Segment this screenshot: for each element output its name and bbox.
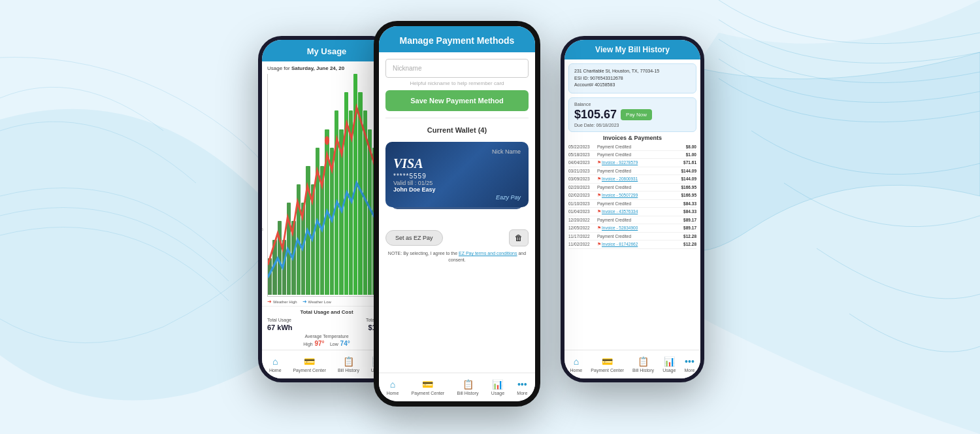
nav-payment-right[interactable]: 💳 Payment Center (591, 356, 624, 373)
invoices-title: Invoices & Payments (568, 135, 696, 141)
nav-home[interactable]: ⌂ Home (269, 356, 282, 373)
payment-icon-c: 💳 (422, 379, 433, 390)
chart-area: 8642.51 ➜ Weather High ➜ Weather Low (262, 73, 391, 306)
invoice-row: 03/09/2023⚑Invoice - 20600931$144.09 (568, 175, 696, 184)
nav-more-center[interactable]: ••• More (517, 379, 527, 395)
ezpay-terms-link[interactable]: EZ Pay terms and conditions (459, 251, 517, 256)
temp-high-value: 97° (314, 340, 324, 347)
pay-now-button[interactable]: Pay Now (621, 109, 652, 120)
nav-bill-label-c: Bill History (457, 391, 478, 395)
bill-icon-r: 📋 (638, 356, 649, 367)
invoice-row: 03/21/2023Payment Credited$144.09 (568, 167, 696, 175)
nav-bill-right[interactable]: 📋 Bill History (632, 356, 654, 373)
chart-bar (282, 240, 286, 295)
chart-bar (297, 184, 301, 295)
usage-icon-c: 📊 (492, 379, 503, 390)
card-holder: John Doe Easy (393, 186, 521, 193)
nav-payment[interactable]: 💳 Payment Center (293, 356, 326, 373)
home-icon-c: ⌂ (390, 379, 395, 390)
chart-bar (339, 129, 343, 295)
bill-header: View My Bill History (564, 40, 700, 59)
invoice-amount: $12.28 (678, 242, 696, 246)
invoice-warning-icon: ⚑ (597, 193, 601, 197)
payment-header: Manage Payment Methods (379, 26, 535, 52)
invoice-row: 01/10/2023Payment Credited$84.33 (568, 200, 696, 208)
nav-home-center[interactable]: ⌂ Home (387, 379, 399, 395)
nav-payment-label-c: Payment Center (412, 391, 445, 395)
invoice-amount: $84.33 (678, 201, 696, 206)
nav-usage-right[interactable]: 📊 Usage (662, 356, 676, 373)
save-payment-button[interactable]: Save New Payment Method (385, 90, 529, 111)
legend-low: ➜ Weather Low (302, 299, 331, 305)
invoice-row: 11/02/2022⚑Invoice - 81742662$12.28 (568, 241, 696, 249)
invoice-link[interactable]: Invoice - 81742662 (602, 242, 638, 246)
invoice-desc[interactable]: ⚑Invoice - 52834900 (596, 225, 678, 231)
temp-values: High 97° Low 74° (267, 340, 386, 347)
chart-bar (363, 110, 367, 295)
invoice-link[interactable]: Invoice - 50507299 (602, 193, 638, 197)
more-icon-c: ••• (517, 379, 527, 390)
nav-bill[interactable]: 📋 Bill History (338, 356, 359, 373)
invoice-desc[interactable]: ⚑Invoice - 50507299 (596, 193, 678, 198)
invoice-date: 02/02/2023 (568, 193, 596, 197)
payment-icon: 💳 (304, 356, 315, 367)
chart-bar (311, 184, 315, 295)
invoice-row: 11/17/2022Payment Credited$12.28 (568, 233, 696, 241)
chart-bar (287, 203, 291, 295)
invoice-amount: $89.17 (678, 225, 696, 230)
invoice-amount: $144.09 (678, 176, 696, 181)
invoice-desc[interactable]: ⚑Invoice - 20600931 (596, 176, 678, 182)
invoice-desc: Payment Credited (596, 234, 678, 239)
bill-nav: ⌂ Home 💳 Payment Center 📋 Bill History 📊… (564, 350, 700, 378)
bill-title: View My Bill History (570, 45, 695, 54)
stats-labels: Total Usage Total Cost (267, 318, 386, 322)
invoice-rows: 05/22/2023Payment Credited$8.0005/18/202… (568, 143, 696, 249)
nav-usage-center[interactable]: 📊 Usage (491, 379, 504, 395)
invoice-link[interactable]: Invoice - 52834900 (602, 225, 638, 230)
invoice-desc[interactable]: ⚑Invoice - 81742662 (596, 242, 678, 247)
nickname-input[interactable]: Nickname (385, 59, 529, 78)
balance-amount: $105.67 (574, 108, 617, 122)
chart-bar (325, 129, 329, 295)
credit-card[interactable]: Nick Name VISA *****5559 Valid till : 01… (385, 142, 529, 207)
usage-screen: My Usage Usage for Saturday, June 24, 20… (262, 40, 391, 378)
invoice-warning-icon: ⚑ (597, 160, 601, 165)
chart-bar (335, 110, 338, 295)
payment-title: Manage Payment Methods (385, 35, 529, 46)
nav-payment-center[interactable]: 💳 Payment Center (412, 379, 445, 395)
nav-home-right[interactable]: ⌂ Home (570, 356, 583, 373)
invoice-date: 11/17/2022 (568, 234, 596, 239)
invoice-link[interactable]: Invoice - 20600931 (602, 176, 638, 181)
invoice-date: 04/04/2023 (568, 160, 596, 165)
invoice-row: 04/04/2023⚑Invoice - 92278579$71.61 (568, 159, 696, 167)
invoice-link[interactable]: Invoice - 92278579 (602, 160, 638, 165)
more-icon-r: ••• (685, 356, 694, 367)
nav-more-right[interactable]: ••• More (685, 356, 695, 373)
nickname-hint: Helpful nickname to help remember card (385, 80, 529, 86)
invoice-desc[interactable]: ⚑Invoice - 43576334 (596, 209, 678, 214)
invoice-row: 05/22/2023Payment Credited$8.00 (568, 143, 696, 151)
nav-bill-center[interactable]: 📋 Bill History (457, 379, 478, 395)
nav-more-label-c: More (517, 391, 527, 395)
invoice-desc: Payment Credited (596, 169, 678, 173)
temp-low-value: 74° (340, 340, 350, 347)
temp-low-label: Low (330, 342, 338, 346)
invoice-desc[interactable]: ⚑Invoice - 92278579 (596, 160, 678, 165)
nav-home-label-c: Home (387, 391, 399, 395)
nav-bill-label: Bill History (338, 368, 359, 373)
phones-container: My Usage Usage for Saturday, June 24, 20… (0, 0, 980, 434)
invoice-desc: Payment Credited (596, 218, 678, 222)
invoice-amount: $89.17 (678, 218, 696, 222)
usage-value: 67 kWh (267, 324, 293, 331)
invoice-date: 02/20/2023 (568, 185, 596, 190)
invoice-date: 11/02/2022 (568, 242, 596, 246)
card-validity: Valid till : 01/25 (393, 180, 521, 186)
payment-icon-r: 💳 (602, 356, 613, 367)
account-number: Account# 40158583 (574, 82, 691, 89)
set-ezpay-button[interactable]: Set as EZ Pay (385, 230, 443, 246)
invoice-desc: Payment Credited (596, 152, 678, 157)
chart-bar (316, 148, 319, 295)
delete-card-button[interactable]: 🗑 (509, 229, 529, 246)
invoice-link[interactable]: Invoice - 43576334 (602, 209, 638, 214)
invoice-row: 12/20/2022Payment Credited$89.17 (568, 216, 696, 224)
